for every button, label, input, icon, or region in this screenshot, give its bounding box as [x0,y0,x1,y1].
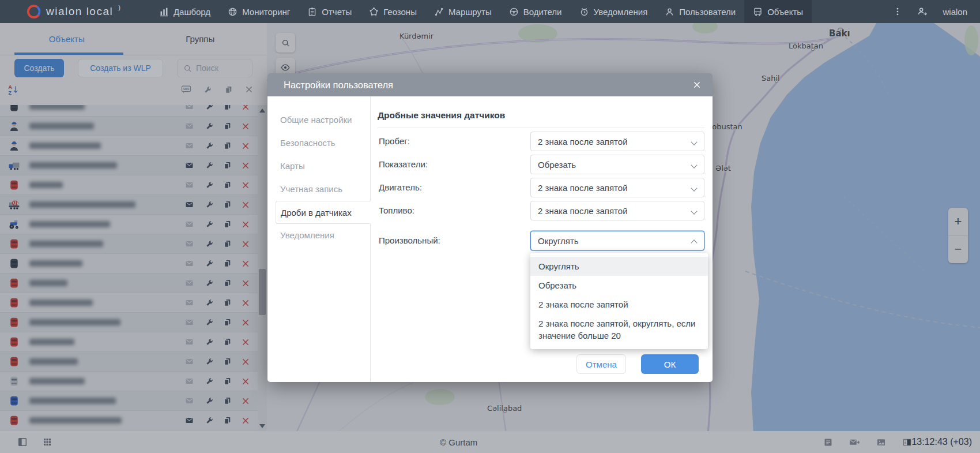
menu-item-label: Дашборд [174,7,210,17]
current-user[interactable]: wialon [943,7,967,17]
dropdown-options-panel: ОкруглятьОбрезать2 знака после запятой2 … [530,253,708,349]
logo-text: wialon local [46,5,113,18]
dialog-title: Настройки пользователя [284,80,393,91]
logo-antenna-mark: ) [118,4,120,11]
monitoring-icon [228,7,238,17]
settings-nav-3[interactable]: Карты [267,155,370,178]
wialon-logo-icon [27,5,41,19]
geofences-icon [369,7,379,17]
menu-item-label: Мониторинг [242,7,290,17]
select-3[interactable]: 2 знака после запятой [530,178,704,197]
routes-icon [434,7,444,17]
settings-nav-6[interactable]: Уведомления [267,224,370,247]
user-settings-dialog: Настройки пользователя Общие настройкиБе… [267,73,713,382]
chevron-down-icon [691,162,697,168]
field-label: Показатели: [379,155,428,174]
menu-item-3[interactable]: Отчеты [299,0,360,23]
user-switch-icon[interactable] [917,6,928,17]
menu-item-6[interactable]: Водители [500,0,571,23]
field-label: Двигатель: [379,178,422,197]
menu-item-4[interactable]: Геозоны [360,0,425,23]
settings-nav-1[interactable]: Общие настройки [267,108,370,132]
field-label: Топливо: [379,201,414,220]
wialon-logo[interactable]: wialon local ) [27,5,120,19]
users-icon [665,7,674,17]
main-menu: ДашбордМониторингОтчетыГеозоныМаршрутыВо… [150,0,812,23]
more-menu-icon[interactable] [893,7,902,16]
settings-nav-4[interactable]: Учетная запись [267,178,370,201]
field-label: Пробег: [379,132,410,151]
chevron-down-icon [691,185,697,191]
ok-button[interactable]: ОК [641,354,699,374]
notifications-icon [579,7,589,17]
chevron-down-icon [691,138,697,145]
menu-item-label: Пользователи [679,7,736,17]
dashboard-icon [159,7,169,17]
menu-item-9[interactable]: Объекты [744,0,812,23]
menu-item-7[interactable]: Уведомления [571,0,657,23]
menu-item-label: Уведомления [594,7,648,17]
dropdown-option-3[interactable]: 2 знака после запятой [530,295,708,314]
menu-item-8[interactable]: Пользователи [656,0,744,23]
dropdown-option-2[interactable]: Обрезать [530,276,708,295]
select-1[interactable]: 2 знака после запятой [530,132,704,151]
dialog-header[interactable]: Настройки пользователя [267,73,713,96]
select-4[interactable]: 2 знака после запятой [530,201,704,220]
cancel-button[interactable]: Отмена [576,354,626,374]
chevron-up-icon [691,239,697,246]
select-value: 2 знака после запятой [538,137,628,147]
section-divider [378,128,704,128]
menu-item-1[interactable]: Дашборд [150,0,219,23]
menu-item-2[interactable]: Мониторинг [219,0,299,23]
dropdown-option-4[interactable]: 2 знака после запятой, округлять, если з… [530,314,708,345]
menu-item-label: Геозоны [383,7,417,17]
top-navigation-bar: wialon local ) ДашбордМониторингОтчетыГе… [0,0,980,23]
dialog-body: Общие настройкиБезопасностьКартыУчетная … [267,96,713,382]
menu-item-label: Отчеты [322,7,352,17]
settings-nav-5[interactable]: Дроби в датчиках [276,201,371,224]
field-label: Произвольный: [379,231,440,250]
dropdown-option-1[interactable]: Округлять [530,257,708,276]
select-2[interactable]: Обрезать [530,155,704,174]
chevron-down-icon [691,208,697,214]
select-value: 2 знака после запятой [538,183,628,193]
units-icon [753,7,763,17]
settings-nav: Общие настройкиБезопасностьКартыУчетная … [267,96,371,382]
select-5-open[interactable]: Округлять [530,231,704,250]
reports-icon [307,7,317,17]
menu-item-label: Водители [523,7,562,17]
wialon-app: wialon local ) ДашбордМониторингОтчетыГе… [0,0,980,453]
topbar-right: wialon [893,6,980,17]
select-value: 2 знака после запятой [538,206,628,216]
drivers-icon [509,7,519,17]
settings-nav-2[interactable]: Безопасность [267,132,370,155]
close-icon[interactable] [693,81,701,89]
select-value: Обрезать [538,160,576,170]
menu-item-label: Маршруты [448,7,492,17]
select-value: Округлять [538,236,579,246]
menu-item-5[interactable]: Маршруты [425,0,500,23]
menu-item-label: Объекты [767,7,803,17]
section-title: Дробные значения датчиков [378,110,505,121]
